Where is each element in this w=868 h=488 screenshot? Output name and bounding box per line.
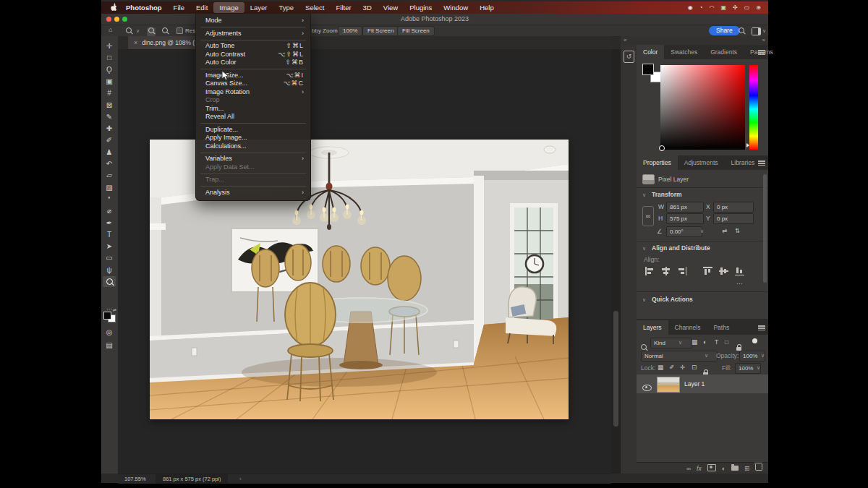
fit-screen-button[interactable]: Fit Screen <box>362 26 399 36</box>
menu-photoshop[interactable]: Photoshop <box>120 2 168 13</box>
collapse-section-icon[interactable]: ∨ <box>642 246 646 252</box>
menu-window[interactable]: Window <box>438 2 474 13</box>
menu-select[interactable]: Select <box>299 2 330 13</box>
object-selection-tool-icon[interactable]: ▣ <box>103 76 116 87</box>
expand-panels-icon[interactable]: » <box>762 37 765 43</box>
battery-icon[interactable]: ▭ <box>744 4 750 11</box>
menu-layer[interactable]: Layer <box>244 2 273 13</box>
layer-name[interactable]: Layer 1 <box>684 380 705 388</box>
menu-help[interactable]: Help <box>474 2 500 13</box>
tab-color[interactable]: Color <box>637 45 664 59</box>
canvas-area[interactable] <box>118 49 611 474</box>
close-tab-icon[interactable]: × <box>134 39 137 46</box>
x-field[interactable]: 0 px <box>713 202 754 213</box>
move-tool-icon[interactable]: ✛ <box>103 40 116 51</box>
menu-item-image-size[interactable]: Image Size...⌥⌘I <box>196 72 310 80</box>
link-dimensions-icon[interactable]: ∞ <box>642 206 654 226</box>
link-layers-icon[interactable]: ∞ <box>686 465 691 472</box>
menu-item-image-rotation[interactable]: Image Rotation› <box>196 88 310 97</box>
filter-type-layers-icon[interactable]: T <box>715 338 718 346</box>
align-bottom-icon[interactable] <box>735 267 744 275</box>
menu-item-variables[interactable]: Variables› <box>196 155 310 163</box>
zoom-in-button[interactable] <box>147 27 156 36</box>
layer-effects-icon[interactable]: fx <box>697 465 702 472</box>
new-group-icon[interactable] <box>731 465 739 472</box>
pen-tool-icon[interactable]: ✒ <box>103 218 116 228</box>
menu-item-reveal-all[interactable]: Reveal All <box>196 113 310 121</box>
menu-item-duplicate[interactable]: Duplicate... <box>196 126 310 134</box>
share-button[interactable]: Share <box>709 26 740 35</box>
align-center-horizontal-icon[interactable] <box>661 267 671 275</box>
panel-scrollbar-thumb[interactable] <box>763 174 767 283</box>
status-expand-icon[interactable]: › <box>239 476 242 482</box>
filter-adjustment-layers-icon[interactable]: ◐ <box>703 338 707 346</box>
lock-artboard-icon[interactable]: ⊡ <box>692 364 697 371</box>
record-icon[interactable]: ◉ <box>688 4 693 11</box>
vertical-scrollbar-thumb[interactable] <box>613 311 618 427</box>
tab-libraries[interactable]: Libraries <box>725 155 762 170</box>
menu-type[interactable]: Type <box>273 2 299 13</box>
align-middle-vertical-icon[interactable] <box>719 267 728 275</box>
panel-menu-icon[interactable] <box>758 49 765 55</box>
tab-properties[interactable]: Properties <box>637 155 678 170</box>
keyboard-globe-icon[interactable]: ⊕ <box>756 4 761 11</box>
blur-tool-icon[interactable]: ❜ <box>103 194 116 205</box>
align-more-button[interactable]: ⋯ <box>736 280 743 287</box>
menu-item-auto-tone[interactable]: Auto Tone⇧⌘L <box>196 42 310 51</box>
transform-section-title[interactable]: Transform <box>652 191 682 198</box>
chevron-down-icon[interactable]: ∨ <box>700 228 704 234</box>
align-section-title[interactable]: Align and Distribute <box>652 244 710 252</box>
y-field[interactable]: 0 px <box>713 213 754 224</box>
crop-tool-icon[interactable]: # <box>103 87 116 98</box>
menu-filter[interactable]: Filter <box>330 2 357 13</box>
lock-position-icon[interactable]: ✛ <box>680 364 685 371</box>
type-tool-icon[interactable]: T <box>103 229 116 240</box>
swap-colors-icon[interactable]: ⇄ <box>113 307 116 312</box>
width-field[interactable]: 861 px <box>666 202 704 213</box>
layer-thumbnail[interactable] <box>657 377 680 393</box>
home-icon[interactable]: ⌂ <box>109 26 112 33</box>
shape-tool-icon[interactable]: ▭ <box>103 252 116 263</box>
tab-layers[interactable]: Layers <box>637 320 668 335</box>
menu-item-analysis[interactable]: Analysis› <box>196 189 310 197</box>
menu-item-apply-image[interactable]: Apply Image... <box>196 134 310 142</box>
flip-horizontal-icon[interactable]: ⇄ <box>722 227 727 234</box>
screen-share-icon[interactable]: ▣ <box>720 4 726 11</box>
new-adjustment-layer-icon[interactable]: ◐ <box>722 465 726 472</box>
panel-menu-icon[interactable] <box>758 160 765 166</box>
tab-paths[interactable]: Paths <box>707 320 736 335</box>
fill-screen-button[interactable]: Fill Screen <box>397 26 435 36</box>
filter-toggle-icon[interactable] <box>752 338 757 343</box>
flip-vertical-icon[interactable]: ⇅ <box>735 227 740 234</box>
search-icon[interactable] <box>739 27 744 35</box>
color-swatches[interactable] <box>642 64 661 82</box>
menu-item-auto-contrast[interactable]: Auto Contrast⌥⇧⌘L <box>196 51 310 59</box>
menu-item-canvas-size[interactable]: Canvas Size...⌥⌘C <box>196 80 310 88</box>
hand-tool-icon[interactable]: ψ <box>103 265 116 275</box>
menu-plugins[interactable]: Plugins <box>404 2 438 13</box>
menu-item-auto-color[interactable]: Auto Color⇧⌘B <box>196 59 310 67</box>
align-left-icon[interactable] <box>645 267 655 275</box>
height-field[interactable]: 575 px <box>666 213 704 224</box>
menu-image[interactable]: Image <box>213 2 244 13</box>
cursor-share-icon[interactable]: ✣ <box>733 4 738 11</box>
gradient-tool-icon[interactable]: ▨ <box>103 182 116 193</box>
status-zoom-level[interactable]: 107.55% <box>124 476 146 482</box>
zoom-100-button[interactable]: 100% <box>338 26 362 36</box>
collapse-section-icon[interactable]: ∨ <box>642 297 646 303</box>
lock-transparent-pixels-icon[interactable]: ▦ <box>658 364 663 371</box>
lasso-tool-icon[interactable]: Ϙ <box>103 64 116 75</box>
menu-item-calculations[interactable]: Calculations... <box>196 142 310 151</box>
align-right-icon[interactable] <box>677 267 686 275</box>
hue-slider[interactable] <box>749 65 758 150</box>
filter-shape-layers-icon[interactable]: □ <box>725 338 728 346</box>
history-brush-tool-icon[interactable]: ↶ <box>103 158 116 169</box>
delete-layer-icon[interactable] <box>755 464 762 472</box>
panel-menu-icon[interactable] <box>758 325 765 330</box>
eyedropper-tool-icon[interactable]: ✎ <box>103 111 116 122</box>
tab-swatches[interactable]: Swatches <box>664 45 704 59</box>
add-layer-mask-icon[interactable] <box>707 464 716 473</box>
healing-brush-tool-icon[interactable]: ✚ <box>103 123 116 134</box>
zoom-out-button[interactable] <box>162 27 168 35</box>
clock-icon[interactable]: ◔ <box>699 4 703 11</box>
